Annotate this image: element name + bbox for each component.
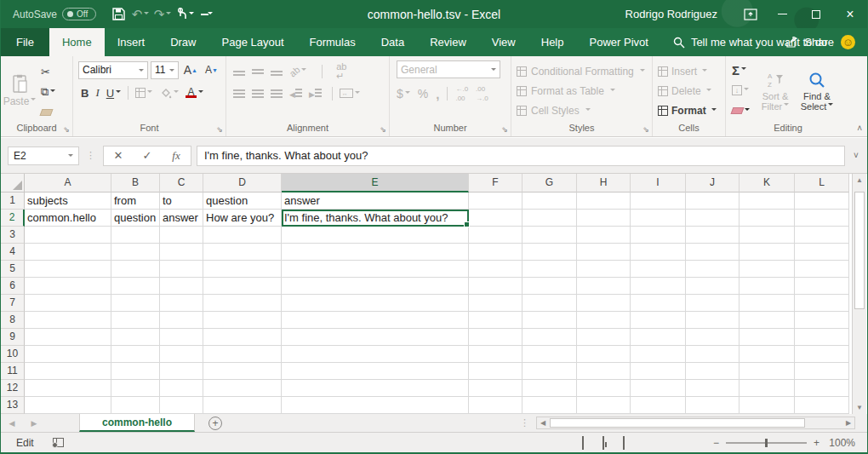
record-macro-icon[interactable] [53, 438, 64, 447]
find-select-button[interactable]: Find &Select [798, 60, 836, 122]
cell-B6[interactable] [111, 278, 160, 295]
font-dialog-launcher[interactable]: ⇘ [216, 125, 223, 134]
cell-I10[interactable] [631, 346, 686, 363]
column-header-I[interactable]: I [631, 174, 686, 193]
cell-E13[interactable] [282, 397, 469, 414]
row-header-9[interactable]: 9 [1, 329, 25, 346]
cell-C13[interactable] [160, 397, 203, 414]
cell-K6[interactable] [740, 278, 795, 295]
cell-K8[interactable] [740, 312, 795, 329]
zoom-in-button[interactable]: + [814, 437, 819, 449]
cell-I3[interactable] [631, 227, 686, 244]
cell-E5[interactable] [282, 261, 469, 278]
cell-B10[interactable] [111, 346, 160, 363]
cell-K12[interactable] [740, 380, 795, 397]
row-header-11[interactable]: 11 [1, 363, 25, 380]
column-header-E[interactable]: E [282, 174, 469, 193]
tab-view[interactable]: View [479, 28, 528, 56]
cell-A1[interactable]: subjects [25, 193, 111, 210]
cell-L11[interactable] [795, 363, 849, 380]
merge-center-button[interactable]: ↔ [340, 88, 360, 101]
cell-G12[interactable] [523, 380, 577, 397]
cell-L6[interactable] [795, 278, 849, 295]
column-header-F[interactable]: F [469, 174, 523, 193]
italic-button[interactable]: I [93, 83, 101, 102]
formula-input[interactable]: I'm fine, thanks. What about you? [197, 146, 845, 166]
cell-L3[interactable] [795, 227, 849, 244]
cell-H7[interactable] [577, 295, 631, 312]
orientation-button[interactable]: ab [289, 66, 306, 77]
cell-E1[interactable]: answer [282, 193, 469, 210]
column-header-A[interactable]: A [25, 174, 111, 193]
number-dialog-launcher[interactable]: ⇘ [501, 125, 508, 134]
cell-F10[interactable] [469, 346, 523, 363]
fill-color-button[interactable] [157, 83, 181, 102]
tab-page-layout[interactable]: Page Layout [209, 28, 297, 56]
cell-G3[interactable] [523, 227, 577, 244]
cell-K11[interactable] [740, 363, 795, 380]
cell-J10[interactable] [686, 346, 740, 363]
cell-J13[interactable] [686, 397, 740, 414]
cell-D2[interactable]: How are you? [203, 210, 282, 227]
cell-K2[interactable] [740, 210, 795, 227]
collapse-ribbon-button[interactable]: ˄ [857, 124, 862, 133]
borders-button[interactable] [133, 83, 155, 102]
tab-review[interactable]: Review [417, 28, 479, 56]
accounting-format-button[interactable]: $ [397, 87, 410, 101]
cell-L7[interactable] [795, 295, 849, 312]
cell-G9[interactable] [523, 329, 577, 346]
cell-C8[interactable] [160, 312, 203, 329]
cell-K7[interactable] [740, 295, 795, 312]
cell-C4[interactable] [160, 244, 203, 261]
close-button[interactable]: × [833, 0, 867, 28]
tab-draw[interactable]: Draw [157, 28, 208, 56]
autosave-toggle[interactable]: AutoSave Off [13, 8, 96, 20]
format-cells-button[interactable]: Format [658, 101, 720, 119]
format-painter-button[interactable] [38, 103, 58, 122]
cell-F13[interactable] [469, 397, 523, 414]
cell-D4[interactable] [203, 244, 282, 261]
scroll-down-button[interactable]: ▼ [853, 401, 866, 414]
cancel-entry-button[interactable]: ✕ [104, 149, 133, 162]
column-header-J[interactable]: J [686, 174, 740, 193]
cell-K1[interactable] [740, 193, 795, 210]
cell-C2[interactable]: answer [160, 210, 203, 227]
cell-A5[interactable] [25, 261, 111, 278]
cell-A3[interactable] [25, 227, 111, 244]
align-right-button[interactable] [271, 88, 283, 101]
cell-A12[interactable] [25, 380, 111, 397]
cell-H11[interactable] [577, 363, 631, 380]
cell-I11[interactable] [631, 363, 686, 380]
cell-K3[interactable] [740, 227, 795, 244]
cell-I9[interactable] [631, 329, 686, 346]
cell-L1[interactable] [795, 193, 849, 210]
autosave-pill[interactable]: Off [62, 8, 96, 20]
horizontal-scroll-thumb[interactable] [550, 418, 805, 428]
cell-I1[interactable] [631, 193, 686, 210]
cell-H5[interactable] [577, 261, 631, 278]
cell-D11[interactable] [203, 363, 282, 380]
cell-L4[interactable] [795, 244, 849, 261]
conditional-formatting-button[interactable]: Conditional Formatting [517, 62, 647, 80]
copy-button[interactable]: ⧉ [38, 83, 58, 101]
cell-B4[interactable] [111, 244, 160, 261]
cell-C9[interactable] [160, 329, 203, 346]
cell-F6[interactable] [469, 278, 523, 295]
cell-B12[interactable] [111, 380, 160, 397]
column-header-G[interactable]: G [523, 174, 577, 193]
row-header-5[interactable]: 5 [1, 261, 25, 278]
cell-I4[interactable] [631, 244, 686, 261]
cell-E7[interactable] [282, 295, 469, 312]
bold-button[interactable]: B [78, 83, 91, 102]
normal-view-button[interactable] [582, 437, 584, 449]
cell-E6[interactable] [282, 278, 469, 295]
share-button[interactable]: Share [785, 36, 834, 49]
tab-data[interactable]: Data [368, 28, 417, 56]
column-header-D[interactable]: D [203, 174, 282, 193]
cell-H1[interactable] [577, 193, 631, 210]
cell-I2[interactable] [631, 210, 686, 227]
row-header-8[interactable]: 8 [1, 312, 25, 329]
column-header-B[interactable]: B [111, 174, 160, 193]
cell-C5[interactable] [160, 261, 203, 278]
cell-B13[interactable] [111, 397, 160, 414]
